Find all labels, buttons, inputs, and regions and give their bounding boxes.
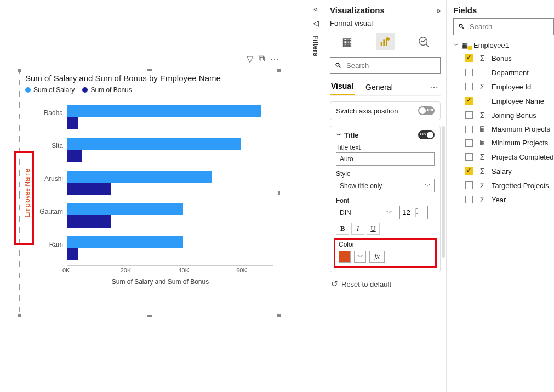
chevron-down-icon: ﹀ [425,181,431,190]
field-item[interactable]: 🖩Maximum Projects [453,122,554,136]
sigma-icon: Σ [478,54,486,63]
field-checkbox[interactable] [465,126,473,133]
report-canvas[interactable]: ▽ ⧉ ⋯ Sum of Salary and Sum of Bonus by … [0,0,307,392]
focus-mode-icon[interactable]: ⧉ [259,54,265,64]
color-picker-dropdown[interactable]: ﹀ [354,251,366,263]
category-label: Gautam [21,208,63,215]
bold-button[interactable]: B [336,223,349,235]
format-visual-icon[interactable] [376,33,395,50]
tab-general[interactable]: General [364,81,394,95]
viz-scrollbar[interactable] [442,126,445,258]
x-axis-label: Sum of Salary and Sum of Bonus [42,278,279,286]
spacer [478,96,486,105]
build-visual-icon[interactable]: ▦ [338,33,356,50]
bar-salary[interactable] [67,138,241,150]
fields-title: Fields [453,5,477,15]
style-select[interactable]: Show title only﹀ [336,179,435,192]
filters-icon[interactable]: ◁ [313,19,319,27]
field-item[interactable]: ΣProjects Completed [453,150,554,164]
expand-filters-icon[interactable]: « [313,4,318,13]
sigma-icon: Σ [478,111,486,120]
visualizations-pane: Visualizations » Format visual ▦ 🔍︎ Visu… [324,0,447,392]
tab-visual[interactable]: Visual [330,79,355,95]
bar-bonus[interactable] [67,117,78,129]
fields-pane: Fields 🔍︎ ﹀ ▦ Employee1 ΣBonus Departmen… [447,0,554,392]
chevron-down-icon[interactable]: ﹀ [336,131,342,139]
x-axis-ticks: 0K20K40K60K [67,266,273,276]
sigma-icon: Σ [478,195,486,204]
bar-salary[interactable] [67,171,212,183]
reset-to-default[interactable]: ↺ Reset to default [331,279,441,289]
chart-visual[interactable]: ▽ ⧉ ⋯ Sum of Salary and Sum of Bonus by … [19,70,279,316]
measure-icon: 🖩 [478,125,486,133]
bar-salary[interactable] [67,203,183,215]
field-item[interactable]: 🖩Minimum Projects [453,136,554,150]
color-label: Color [339,241,432,248]
bar-salary[interactable] [67,105,261,117]
field-item[interactable]: ΣBonus [453,51,554,65]
x-tick-label: 20K [121,267,132,274]
color-swatch[interactable] [339,251,351,263]
field-checkbox[interactable] [465,167,473,175]
spacer [478,68,486,77]
switch-axis-toggle[interactable]: Off [418,106,435,115]
field-item[interactable]: Employee Name [453,94,554,108]
field-checkbox[interactable] [465,153,473,161]
more-options-icon[interactable]: ⋯ [270,54,279,64]
collapse-viz-icon[interactable]: » [436,6,441,15]
field-item[interactable]: ΣSalary [453,164,554,178]
color-section-highlight: Color ﹀ fx [334,238,437,268]
color-fx-button[interactable]: fx [369,251,385,263]
field-checkbox[interactable] [465,69,473,76]
bar-bonus[interactable] [67,183,111,195]
style-label: Style [336,170,435,178]
fields-search-input[interactable] [469,22,554,31]
field-item[interactable]: ΣJoining Bonus [453,108,554,122]
field-checkbox[interactable] [465,196,473,203]
fields-search[interactable]: 🔍︎ [453,18,554,35]
field-item[interactable]: ΣYear [453,192,554,207]
field-checkbox[interactable] [465,111,473,119]
filters-pane-collapsed[interactable]: « ◁ Filters [307,0,324,392]
bar-bonus[interactable] [67,248,78,260]
sigma-icon: Σ [478,152,486,161]
field-checkbox[interactable] [465,97,473,105]
visualizations-title: Visualizations [330,5,385,15]
field-item[interactable]: ΣEmployee Id [453,79,554,94]
font-size-input[interactable]: ˄˅ [399,206,428,219]
field-checkbox[interactable] [465,83,473,90]
title-text-input[interactable]: Auto [336,152,435,166]
bar-bonus[interactable] [67,150,82,162]
format-search-input[interactable] [345,61,439,70]
field-item[interactable]: ΣTargetted Projects [453,178,554,192]
chevron-down-icon: ﹀ [453,41,459,49]
field-label: Department [492,69,529,77]
format-search[interactable]: 🔍︎ [330,57,441,74]
field-item[interactable]: Department [453,65,554,79]
field-label: Salary [492,167,512,175]
bar-salary[interactable] [67,236,183,248]
field-checkbox[interactable] [465,54,473,62]
analytics-icon[interactable] [414,33,433,50]
category-label: Arushi [21,175,63,183]
category-label: Ram [21,241,63,248]
format-visual-label: Format visual [330,17,441,31]
category-label: Sita [21,142,63,150]
legend-salary: Sum of Salary [33,86,75,94]
title-toggle[interactable]: On [418,130,435,139]
field-checkbox[interactable] [465,139,473,147]
font-family-select[interactable]: DIN﹀ [336,206,396,219]
field-label: Bonus [492,54,512,63]
sigma-icon: Σ [478,82,486,91]
svg-rect-0 [381,42,382,46]
chart-plot[interactable]: RadhaSitaArushiGautamRam [67,101,273,266]
field-checkbox[interactable] [465,181,473,189]
field-label: Employee Name [492,97,544,105]
italic-button[interactable]: I [351,223,364,235]
search-icon: 🔍︎ [335,61,342,70]
underline-button[interactable]: U [367,223,380,235]
filter-icon[interactable]: ▽ [247,54,253,64]
tab-more-icon[interactable]: ⋯ [430,82,441,93]
bar-bonus[interactable] [67,215,111,228]
table-node[interactable]: ﹀ ▦ Employee1 [453,39,554,51]
